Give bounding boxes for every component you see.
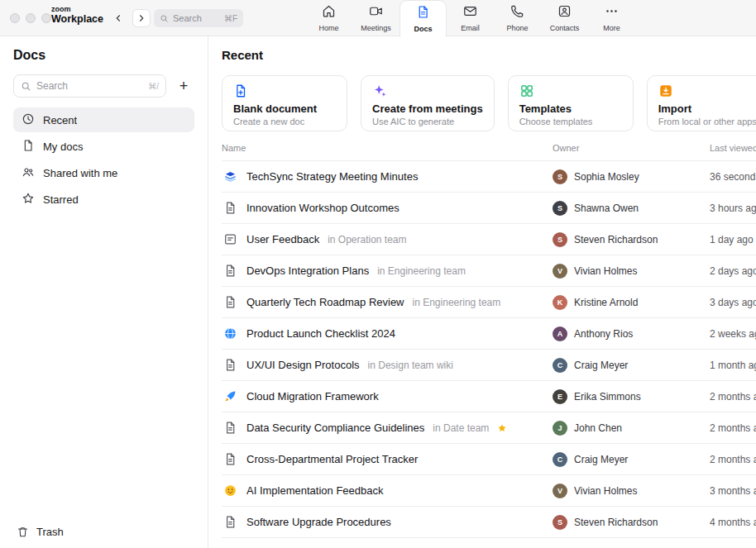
tab-label: Contacts	[550, 24, 580, 32]
owner-avatar: V	[553, 484, 567, 498]
sidebar-item-starred[interactable]: Starred	[13, 187, 194, 212]
owner-cell: C Craig Meyer	[553, 358, 710, 373]
owner-name: Anthony Rios	[574, 328, 633, 340]
owner-name: John Chen	[574, 422, 622, 434]
app-logo: zoom Workplace	[51, 5, 103, 26]
last-viewed: 2 weeks ago	[710, 328, 756, 340]
card-subtitle: Create a new doc	[233, 117, 336, 126]
forward-button[interactable]	[132, 9, 151, 27]
sidebar-item-label: Recent	[43, 114, 77, 126]
quick-action-card-blank-document[interactable]: Blank document Create a new doc	[222, 75, 347, 131]
topbar-tabs: Home Meetings Docs Email Phone Contacts …	[305, 0, 635, 36]
tab-phone[interactable]: Phone	[494, 0, 541, 36]
owner-cell: S Steven Richardson	[553, 515, 710, 530]
more-icon	[605, 4, 619, 21]
tab-meetings[interactable]: Meetings	[352, 0, 400, 36]
sidebar-item-my-docs[interactable]: My docs	[13, 134, 194, 159]
card-subtitle: From local or other apps	[658, 117, 756, 126]
doc-name-cell: TechSync Strategy Meeting Minutes	[222, 169, 553, 185]
tab-contacts[interactable]: Contacts	[541, 0, 588, 36]
doc-context: in Date team	[433, 422, 489, 434]
table-row[interactable]: Software Upgrade Procedures S Steven Ric…	[222, 506, 756, 537]
quick-action-cards: Blank document Create a new doc Create f…	[222, 75, 756, 131]
doc-title: Software Upgrade Procedures	[246, 516, 391, 528]
doc-title: Innovation Workshop Outcomes	[246, 202, 400, 214]
doc-context: in Engineering team	[413, 297, 501, 308]
doc-title: User Feedback	[246, 233, 319, 245]
logo-workplace-text: Workplace	[51, 13, 103, 25]
tab-more[interactable]: More	[588, 0, 635, 36]
quick-action-card-templates[interactable]: Templates Choose templates	[508, 75, 634, 131]
owner-name: Craig Meyer	[574, 360, 628, 371]
tab-email[interactable]: Email	[447, 0, 494, 36]
tab-docs[interactable]: Docs	[400, 0, 447, 37]
table-row[interactable]: User Feedback in Operation team S Steven…	[222, 223, 756, 255]
owner-avatar: V	[553, 264, 567, 279]
smile-icon	[222, 483, 238, 499]
card-title: Import	[658, 102, 756, 115]
sidebar-item-label: Shared with me	[43, 167, 117, 179]
owner-cell: S Steven Richardson	[553, 232, 710, 247]
doc-context: in Operation team	[328, 234, 406, 245]
docs-search-placeholder: Search	[36, 80, 68, 92]
clock-icon	[22, 112, 35, 128]
table-row[interactable]: DevOps Integration Plans in Engineering …	[222, 255, 756, 286]
sidebar-item-label: Starred	[43, 193, 79, 206]
phone-icon	[510, 4, 524, 21]
doc-title: Data Security Compliance Guidelines	[246, 422, 424, 434]
main-content: Recent Blank document Create a new doc C…	[208, 36, 756, 548]
column-name: Name	[222, 143, 553, 153]
table-row[interactable]: AI Implementation Feedback V Vivian Holm…	[222, 474, 756, 506]
doc-name-cell: Software Upgrade Procedures	[222, 514, 553, 531]
window-zoom-button[interactable]	[41, 13, 51, 23]
doc-icon	[222, 420, 238, 436]
table-row[interactable]: Data Security Compliance Guidelines in D…	[222, 412, 756, 443]
new-doc-button[interactable]: +	[173, 75, 194, 97]
topbar: zoom Workplace Search ⌘F Home Meetings D…	[0, 0, 756, 36]
table-row[interactable]: Innovation Workshop Outcomes S Shawna Ow…	[222, 192, 756, 223]
owner-name: Erika Simmons	[574, 391, 641, 403]
table-row[interactable]: Cross-Departmental Project Tracker C Cra…	[222, 443, 756, 474]
window-minimize-button[interactable]	[26, 13, 36, 23]
owner-cell: K Kristine Arnold	[553, 295, 710, 310]
table-row[interactable]: Quarterly Tech Roadmap Review in Enginee…	[222, 286, 756, 317]
tab-label: Docs	[414, 25, 432, 33]
doc-icon	[222, 294, 238, 311]
feedback-icon	[222, 231, 238, 248]
owner-avatar: J	[553, 421, 567, 436]
back-button[interactable]	[109, 9, 127, 27]
sidebar-item-trash[interactable]: Trash	[13, 526, 67, 538]
doc-title: Cross-Departmental Project Tracker	[246, 453, 418, 465]
doc-icon	[222, 263, 238, 279]
quick-action-card-import[interactable]: Import From local or other apps	[647, 75, 756, 131]
chevron-right-icon	[136, 13, 146, 23]
last-viewed: 3 days ago	[710, 297, 756, 308]
contacts-icon	[557, 4, 572, 21]
table-row[interactable]: Cloud Migration Framework E Erika Simmon…	[222, 380, 756, 412]
window-close-button[interactable]	[10, 13, 20, 23]
table-header: Name Owner Last viewed	[222, 141, 756, 160]
sidebar-item-recent[interactable]: Recent	[13, 107, 194, 132]
owner-avatar: S	[553, 201, 567, 216]
owner-avatar: S	[553, 169, 567, 184]
global-search-input[interactable]: Search ⌘F	[154, 9, 243, 27]
meetings-icon	[369, 4, 383, 21]
owner-cell: A Anthony Rios	[553, 326, 710, 341]
tab-home[interactable]: Home	[305, 0, 352, 36]
owner-avatar: C	[553, 358, 567, 373]
doc-context: in Engineering team	[377, 265, 466, 277]
sidebar-item-shared-with-me[interactable]: Shared with me	[13, 160, 194, 185]
doc-name-cell: Quarterly Tech Roadmap Review in Enginee…	[222, 294, 553, 311]
quick-action-card-create-from-meetings[interactable]: Create from meetings Use AIC to generate	[361, 75, 495, 131]
owner-name: Craig Meyer	[574, 454, 628, 465]
docs-search-input[interactable]: Search ⌘/	[13, 74, 166, 98]
sidebar-nav: Recent My docs Shared with me Starred	[13, 107, 194, 212]
table-row[interactable]: TechSync Strategy Meeting Minutes S Soph…	[222, 160, 756, 192]
sidebar: Docs Search ⌘/ + Recent My docs Shared w…	[0, 36, 208, 548]
table-row[interactable]: UX/UI Design Protocols in Design team wi…	[222, 349, 756, 380]
people-icon	[22, 165, 35, 181]
card-title: Templates	[519, 102, 622, 115]
owner-name: Kristine Arnold	[574, 297, 638, 308]
table-row[interactable]: Product Launch Checklist 2024 A Anthony …	[222, 317, 756, 349]
doc-title: TechSync Strategy Meeting Minutes	[246, 170, 418, 183]
